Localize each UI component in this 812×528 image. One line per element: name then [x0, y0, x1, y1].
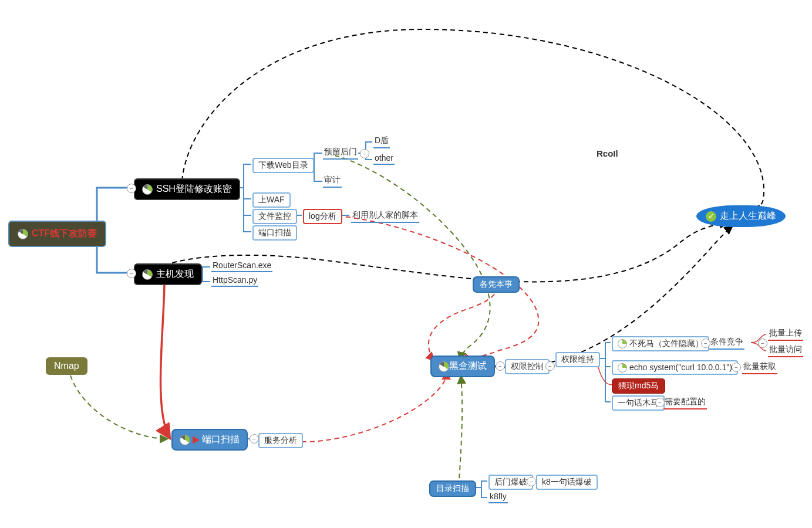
node-routerscan[interactable]: RouterScan.exe [211, 260, 272, 272]
node-backdoor[interactable]: 预留后门 [323, 147, 358, 160]
toggle-icon[interactable]: − [701, 339, 710, 348]
mindmap-canvas[interactable]: CTF线下攻防赛 SSH登陆修改账密 主机发现 下载Web目录 上WAF 文件监… [0, 0, 812, 528]
node-label: 黑盒测试 [449, 361, 487, 371]
node-host-discovery[interactable]: 主机发现 [134, 263, 202, 285]
edge-layer [0, 0, 812, 528]
node-k8-brute[interactable]: k8一句话爆破 [536, 475, 598, 490]
node-other[interactable]: other [373, 153, 395, 165]
node-priv-maintain[interactable]: 权限维持 [555, 352, 600, 367]
node-label: 端口扫描 [202, 434, 240, 444]
node-config[interactable]: 需要配置的 [663, 397, 707, 409]
progress-icon [142, 184, 153, 195]
check-icon: ✓ [706, 211, 716, 222]
node-peak[interactable]: ✓走上人生巅峰 [696, 205, 786, 227]
progress-icon [439, 361, 449, 372]
node-own-skill[interactable]: 各凭本事 [473, 276, 520, 293]
node-dir-scan[interactable]: 目录扫描 [429, 480, 476, 497]
progress-icon [618, 363, 627, 373]
node-file-monitor[interactable]: 文件监控 [252, 209, 297, 224]
node-race[interactable]: 条件竞争 [709, 337, 744, 350]
node-echo[interactable]: echo system("curl 10.0.0.1") [612, 360, 738, 375]
toggle-icon[interactable]: − [732, 363, 741, 372]
root-label: CTF线下攻防赛 [32, 228, 97, 238]
node-log-analysis[interactable]: log分析 [303, 209, 342, 224]
toggle-icon[interactable]: − [360, 149, 369, 158]
node-httpscan[interactable]: HttpScan.py [211, 275, 258, 287]
node-k8fly[interactable]: k8fly [488, 492, 508, 503]
toggle-icon[interactable]: − [250, 434, 259, 444]
node-waf[interactable]: 上WAF [252, 192, 291, 208]
progress-icon [18, 229, 28, 239]
node-label: SSH登陆修改账密 [156, 184, 232, 194]
node-md5[interactable]: 猥琐md5马 [612, 378, 665, 394]
node-port-scan-ssh[interactable]: 端口扫描 [252, 225, 297, 241]
flag-icon [193, 436, 200, 444]
node-port-scan[interactable]: 端口扫描 [171, 429, 248, 451]
node-label: 主机发现 [156, 269, 194, 279]
node-ssh[interactable]: SSH登陆修改账密 [134, 178, 240, 200]
toggle-icon[interactable]: − [127, 269, 136, 278]
progress-icon [142, 269, 153, 280]
node-download-web[interactable]: 下载Web目录 [252, 158, 314, 173]
node-blackbox[interactable]: 黑盒测试 [430, 356, 495, 377]
node-batch-get[interactable]: 批量获取 [742, 361, 777, 374]
node-d-shield[interactable]: D盾 [373, 136, 390, 148]
author-label: RcoIl [597, 148, 618, 158]
toggle-icon[interactable]: − [527, 477, 536, 486]
toggle-icon[interactable]: − [758, 339, 767, 348]
progress-icon [618, 339, 627, 348]
node-batch-upload[interactable]: 批量上传 [768, 328, 803, 341]
node-batch-visit[interactable]: 批量访问 [768, 344, 803, 357]
toggle-icon[interactable]: − [545, 361, 555, 371]
toggle-icon[interactable]: − [496, 361, 505, 371]
toggle-icon[interactable]: − [655, 398, 665, 407]
node-service-analysis[interactable]: 服务分析 [258, 433, 303, 448]
node-immortal[interactable]: 不死马（文件隐藏） [612, 336, 709, 351]
node-label: 走上人生巅峰 [720, 210, 776, 222]
node-audit[interactable]: 审计 [323, 175, 342, 188]
node-nmap[interactable]: Nmap [46, 357, 87, 375]
toggle-icon[interactable]: − [127, 184, 136, 193]
node-script[interactable]: 利用别人家的脚本 [351, 210, 419, 223]
progress-icon [180, 435, 190, 445]
root-node[interactable]: CTF线下攻防赛 [8, 221, 106, 247]
node-priv-control[interactable]: 权限控制 [505, 359, 550, 374]
